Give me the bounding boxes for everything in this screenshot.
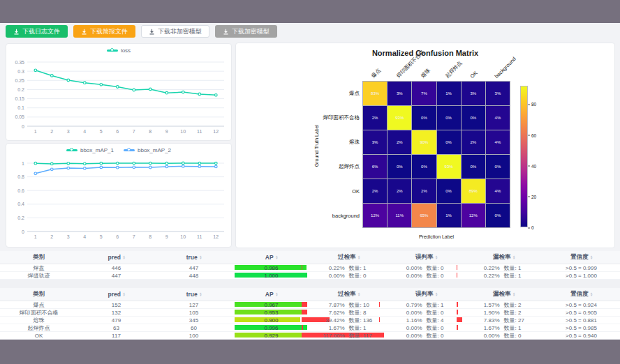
column-header-置信度[interactable]: 置信度▴▾: [542, 251, 620, 264]
cell-rate: 0.00%数量: 0: [310, 272, 388, 280]
svg-text:12: 12: [213, 129, 219, 134]
download-report-button[interactable]: 下载简报文件: [73, 25, 135, 38]
cell-pred: 152: [78, 301, 155, 309]
column-header-true[interactable]: true▴▾: [155, 251, 232, 264]
column-header-pred[interactable]: pred▴▾: [78, 288, 155, 301]
cell-confidence: >0.5 = 1.000: [542, 272, 620, 280]
cell-category: OK: [0, 332, 78, 340]
svg-text:0.8: 0.8: [17, 174, 24, 179]
download-log-button[interactable]: 下载日志文件: [6, 25, 68, 38]
sort-icon[interactable]: ▴▾: [512, 292, 515, 296]
svg-text:0.2: 0.2: [17, 87, 24, 92]
cell-rate: 0.00%数量: 0: [388, 324, 465, 332]
svg-text:1: 1: [34, 234, 37, 239]
table-gap: [0, 280, 620, 288]
cell-pred: 132: [78, 309, 155, 317]
column-header-过检率[interactable]: 过检率▴▾: [310, 251, 388, 264]
svg-text:4: 4: [83, 129, 86, 134]
matrix-row-label: background: [332, 212, 360, 218]
matrix-cell: 4%: [486, 130, 510, 154]
confusion-matrix-grid: 83%3%7%1%3%3%2%93%0%0%0%4%3%2%90%0%2%4%6…: [362, 81, 510, 228]
legend-item-loss[interactable]: loss: [107, 47, 131, 54]
sort-icon[interactable]: ▴▾: [590, 292, 592, 296]
loss-chart-card: loss 00.050.10.150.20.250.30.35123456789…: [6, 43, 232, 141]
loss-chart-legend: loss: [6, 47, 231, 54]
svg-text:12: 12: [213, 234, 219, 239]
cell-pred: 63: [78, 324, 155, 332]
column-header-误判率[interactable]: 误判率▴▾: [388, 251, 465, 264]
rate-databar: [302, 302, 307, 307]
svg-text:1: 1: [22, 161, 24, 166]
column-header-AP[interactable]: AP▴▾: [232, 288, 310, 301]
matrix-cell: 12%: [363, 204, 387, 227]
sort-icon[interactable]: ▴▾: [123, 292, 125, 296]
sort-icon[interactable]: ▴▾: [123, 255, 125, 259]
matrix-row-label: 起焊炸点: [339, 163, 360, 170]
sort-icon[interactable]: ▴▾: [276, 292, 278, 296]
cell-rate: 1.67%数量: 1: [465, 324, 542, 332]
cell-category: 焊盘: [0, 264, 78, 272]
sort-icon[interactable]: ▴▾: [590, 255, 592, 259]
matrix-column-label: OK: [468, 70, 478, 79]
cell-category: 熔珠: [0, 317, 78, 324]
colorbar-tick: 40: [531, 163, 536, 168]
sort-icon[interactable]: ▴▾: [200, 255, 202, 259]
download-encrypted-model-button[interactable]: 下载加密模型: [215, 25, 277, 38]
svg-text:9: 9: [165, 129, 168, 134]
matrix-cell: 0%: [462, 106, 485, 130]
sort-icon[interactable]: ▴▾: [435, 292, 437, 296]
matrix-column-label: 熔珠: [419, 67, 431, 79]
cell-confidence: >0.5 = 0.924: [542, 301, 620, 309]
matrix-cell: 2%: [388, 130, 411, 154]
column-header-true[interactable]: true▴▾: [155, 288, 232, 301]
legend-item-bbox_mAP_2[interactable]: bbox_mAP_2: [124, 147, 171, 153]
sort-icon[interactable]: ▴▾: [276, 255, 278, 259]
svg-text:0.1: 0.1: [17, 105, 24, 110]
cell-category: 焊印面积不合格: [0, 309, 78, 317]
matrix-cell: 0%: [437, 106, 461, 130]
column-header-pred[interactable]: pred▴▾: [78, 251, 155, 264]
toolbar: 下载日志文件 下载简报文件 下载非加密模型 下载加密模型: [6, 25, 277, 38]
matrix-cell: 2%: [462, 130, 485, 154]
sort-icon[interactable]: ▴▾: [357, 255, 360, 259]
sort-icon[interactable]: ▴▾: [512, 255, 515, 259]
column-header-置信度[interactable]: 置信度▴▾: [542, 288, 620, 301]
cell-true: 345: [155, 317, 232, 324]
matrix-cell: 0%: [412, 155, 436, 179]
svg-text:6: 6: [116, 129, 119, 134]
matrix-cell: 3%: [388, 82, 411, 105]
matrix-row-label: 爆点: [349, 90, 360, 97]
sort-icon[interactable]: ▴▾: [357, 292, 360, 296]
cell-true: 105: [155, 309, 232, 317]
matrix-cell: 0%: [486, 204, 510, 227]
matrix-cell: 65%: [412, 204, 436, 227]
matrix-cell: 2%: [388, 179, 411, 203]
sort-icon[interactable]: ▴▾: [435, 255, 437, 259]
matrix-cell: 89%: [462, 179, 485, 203]
svg-text:0.2: 0.2: [17, 215, 24, 220]
svg-text:9: 9: [165, 234, 168, 239]
column-header-过检率[interactable]: 过检率▴▾: [310, 288, 388, 301]
download-unencrypted-model-button[interactable]: 下载非加密模型: [141, 25, 209, 38]
cell-pred: 117: [78, 332, 155, 340]
cell-ap: 0.900: [232, 317, 310, 324]
cell-ap: 1.000: [232, 272, 310, 280]
matrix-cell: 1%: [437, 204, 461, 227]
matrix-cell: 0%: [437, 179, 461, 203]
svg-text:0.3: 0.3: [17, 69, 24, 74]
matrix-cell: 2%: [412, 179, 436, 203]
svg-text:2: 2: [50, 129, 53, 134]
dashboard-screen: 下载日志文件 下载简报文件 下载非加密模型 下载加密模型 loss 00.050…: [0, 0, 620, 364]
column-header-漏检率[interactable]: 漏检率▴▾: [465, 288, 542, 301]
confusion-matrix-ylabel: Ground Truth Label: [314, 124, 319, 166]
legend-item-bbox_mAP_1[interactable]: bbox_mAP_1: [66, 147, 114, 153]
download-log-label: 下载日志文件: [22, 29, 60, 35]
column-header-漏检率[interactable]: 漏检率▴▾: [465, 251, 542, 264]
column-header-误判率[interactable]: 误判率▴▾: [388, 288, 465, 301]
colorbar-tick: 80: [531, 102, 536, 107]
svg-text:3: 3: [67, 129, 70, 134]
window-chrome-top: [0, 0, 620, 23]
sort-icon[interactable]: ▴▾: [200, 292, 202, 296]
column-header-AP[interactable]: AP▴▾: [232, 251, 310, 264]
legend-marker: [107, 50, 118, 52]
